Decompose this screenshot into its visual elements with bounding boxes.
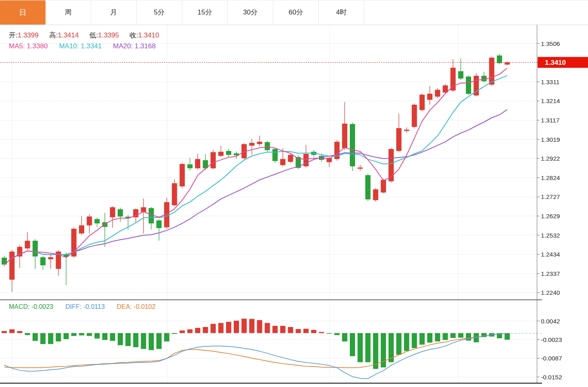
macd-bar	[234, 321, 239, 333]
candle-body	[249, 143, 254, 146]
candle-body	[481, 76, 486, 81]
macd-legend: MACD: -0.0023DIFF: -0.0113DEA: -0.0102	[9, 303, 156, 310]
macd-bar	[149, 333, 154, 350]
price-tick-label: 1.2337	[541, 270, 560, 277]
macd-bar	[505, 333, 510, 339]
tab-30min[interactable]: 30分	[228, 0, 273, 25]
ma10-line	[4, 76, 507, 265]
trading-chart-page: 1.35061.33111.32141.31171.30191.29221.28…	[0, 0, 588, 387]
tab-5min[interactable]: 5分	[137, 0, 182, 25]
macd-bar	[342, 333, 347, 341]
candle-body	[265, 142, 270, 150]
macd-bar	[71, 333, 77, 336]
macd-bar	[435, 333, 440, 341]
candle-body	[381, 180, 386, 192]
macd-bar	[326, 333, 332, 334]
macd-bar	[133, 333, 138, 347]
candle-body	[257, 142, 262, 144]
candle-body	[79, 226, 84, 234]
macd-tick-label: -0.0152	[541, 374, 562, 381]
macd-bar	[164, 333, 169, 341]
candle-body	[94, 219, 100, 224]
price-tick-label: 1.3506	[541, 40, 560, 47]
macd-bar	[9, 329, 15, 333]
ma5-value: MA5: 1.3380	[9, 42, 48, 50]
macd-bar	[451, 333, 456, 338]
tab-day[interactable]: 日	[0, 0, 46, 25]
ma10-value: MA10: 1.3341	[59, 42, 102, 50]
candle-body	[451, 68, 456, 91]
price-tick-label: 1.2727	[541, 193, 560, 200]
macd-bar	[33, 333, 38, 341]
candle-body	[25, 241, 30, 248]
ma20-line	[4, 110, 507, 265]
candle-body	[435, 90, 440, 97]
macd-bar	[17, 331, 22, 333]
macd-bar	[443, 333, 448, 340]
macd-bar	[141, 333, 146, 349]
tab-month[interactable]: 月	[91, 0, 137, 25]
macd-bar	[218, 323, 224, 333]
macd-bar	[195, 328, 200, 333]
macd-bar	[94, 333, 100, 339]
macd-bar	[203, 327, 208, 333]
candle-body	[210, 152, 216, 168]
candle-body	[156, 220, 162, 228]
price-tick-label: 1.2434	[541, 251, 560, 258]
macd-tick-label: -0.0023	[541, 336, 562, 343]
macd-bar	[288, 327, 293, 333]
ma20-value: MA20: 1.3168	[113, 42, 156, 50]
macd-bar	[249, 319, 254, 333]
period-tab-bar: 日周月5分15分30分60分4时	[0, 0, 588, 25]
macd-bar	[404, 333, 409, 351]
high-label: 高:	[49, 31, 58, 39]
candle-body	[342, 124, 347, 148]
macd-bar	[187, 329, 193, 333]
open-value: 1.3399	[18, 31, 39, 39]
tab-15min[interactable]: 15分	[182, 0, 228, 25]
candle-body	[365, 175, 370, 199]
high-value: 1.3414	[58, 31, 79, 39]
macd-bar	[180, 331, 185, 333]
candle-body	[180, 164, 185, 186]
macd-bar	[125, 333, 131, 346]
macd-bar	[241, 319, 247, 333]
tab-4hour[interactable]: 4时	[319, 0, 364, 25]
candle-body	[497, 56, 502, 63]
candle-body	[303, 154, 309, 166]
candle-body	[489, 58, 495, 85]
current-price-label: 1.3410	[545, 59, 566, 66]
price-tick-label: 1.2532	[541, 232, 560, 239]
candle-body	[389, 149, 394, 181]
candle-body	[288, 155, 293, 162]
macd-bar	[257, 320, 262, 333]
tab-60min[interactable]: 60分	[273, 0, 319, 25]
price-tick-label: 1.3117	[541, 117, 559, 124]
candle-body	[272, 149, 278, 161]
macd-bar	[296, 329, 301, 333]
macd-bar	[87, 333, 92, 336]
candle-body	[40, 257, 46, 265]
macd-bar	[64, 333, 69, 339]
price-tick-label: 1.2629	[541, 213, 560, 219]
macd-bar	[335, 333, 340, 335]
close-value: 1.3410	[138, 31, 159, 39]
macd-bar	[350, 333, 355, 356]
low-value: 1.3395	[98, 31, 119, 39]
candle-body	[195, 159, 200, 168]
candle-body	[412, 105, 417, 127]
macd-bar	[25, 333, 30, 335]
candle-body	[396, 128, 401, 151]
price-tick-label: 1.3214	[541, 97, 560, 104]
macd-value: MACD: -0.0023	[9, 303, 53, 310]
macd-bar	[319, 332, 324, 333]
macd-bar	[280, 326, 285, 333]
tab-week[interactable]: 周	[46, 0, 91, 25]
macd-bar	[56, 333, 61, 341]
price-tick-label: 1.2824	[541, 174, 560, 181]
candle-body	[9, 252, 15, 280]
macd-bar	[303, 329, 309, 333]
low-label: 低:	[89, 31, 98, 39]
candlestick-macd-chart[interactable]: 1.35061.33111.32141.31171.30191.29221.28…	[0, 0, 588, 387]
candle-body	[373, 189, 378, 200]
